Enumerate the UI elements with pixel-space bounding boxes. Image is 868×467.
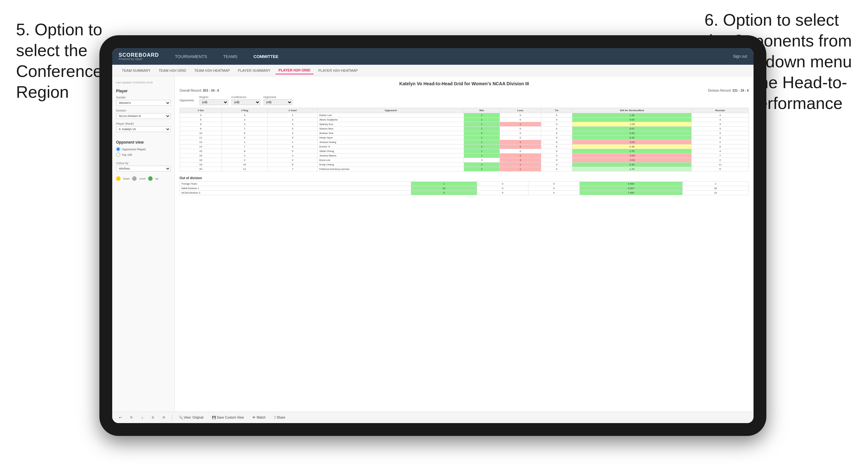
cell-rounds: 4	[692, 131, 749, 135]
cell-win: 1	[464, 122, 500, 127]
cell-rounds: 11	[692, 162, 749, 167]
col-reg: # Reg	[222, 108, 268, 113]
save-custom-btn[interactable]: 💾 Save Custom View	[210, 415, 246, 420]
cell-rounds: 4	[692, 113, 749, 118]
radio-opponents-played-input[interactable]	[116, 147, 120, 151]
cell-div: 20	[180, 167, 222, 172]
cell-conf: 2	[268, 158, 317, 162]
cell-rounds: 2	[692, 140, 749, 145]
cell-div: 18	[180, 158, 222, 162]
sign-out[interactable]: Sign out	[733, 54, 747, 59]
radio-opponents-played[interactable]: Opponents Played	[116, 147, 170, 151]
view-original-btn[interactable]: 🔍 View: Original	[177, 415, 205, 420]
sidebar-player-section: Player Gender Women's Division NCAA Divi…	[116, 89, 170, 135]
table-row: 16 2 3 Jessica Mason 1 2 0 -0.94 7	[180, 154, 749, 158]
cell-conf: 5	[268, 135, 317, 140]
subnav-player-summary[interactable]: PLAYER SUMMARY	[235, 67, 274, 74]
refresh-btn[interactable]: ⟳	[161, 415, 167, 420]
ood-name: NCAA Division 2	[180, 191, 411, 195]
logo-text: SCOREBOARD	[119, 53, 159, 58]
cell-diff: 1.33	[572, 167, 692, 172]
bottom-toolbar: ↩ ↻ ⌂ ⎘ ⟳ 🔍 View: Original 💾 Save Custom…	[112, 411, 753, 423]
sidebar-gender-label: Gender	[116, 96, 170, 99]
subnav-player-h2h-grid[interactable]: PLAYER H2H GRID	[275, 67, 314, 74]
ood-tie: 0	[528, 186, 580, 191]
cell-loss: 1	[500, 122, 541, 127]
home-btn[interactable]: ⌂	[140, 415, 145, 420]
cell-loss: 0	[500, 113, 541, 118]
nav-teams[interactable]: TEAMS	[220, 53, 241, 61]
cell-loss: 0	[500, 149, 541, 154]
table-row: 19 10 6 Emily Chang 4 1 0 0.30 11	[180, 162, 749, 167]
cell-conf: 3	[268, 131, 317, 135]
sidebar-division-select[interactable]: NCAA Division III	[116, 113, 170, 119]
filter-region: Region (All)	[199, 95, 228, 105]
filter-region-label: Region	[199, 95, 228, 99]
cell-div: 14	[180, 145, 222, 149]
table-row: 20 11 7 Federica Domecq Lacroze 2 1 0 1.…	[180, 167, 749, 172]
subnav-player-h2h-heatmap[interactable]: PLAYER H2H HEATMAP	[315, 67, 361, 74]
ood-tie: 0	[528, 182, 580, 186]
sidebar-player-rank-select[interactable]: 6. Katelyn Vo	[116, 126, 170, 132]
cell-diff: 4.00	[572, 118, 692, 122]
subnav-team-summary[interactable]: TEAM SUMMARY	[119, 67, 154, 74]
cell-div: 6	[180, 122, 222, 127]
cell-tie: 0	[541, 154, 572, 158]
cell-loss: 0	[500, 135, 541, 140]
ood-diff: 4.500	[580, 182, 682, 186]
cell-diff: 3.33	[572, 135, 692, 140]
copy-btn[interactable]: ⎘	[150, 415, 156, 420]
watch-btn[interactable]: 👁 Watch	[250, 415, 268, 420]
cell-div: 13	[180, 140, 222, 145]
cell-rounds: 6	[692, 167, 749, 172]
out-of-division-table: Foreign Team 1 0 0 4.500 2 NAIA Division…	[180, 181, 749, 195]
cell-tie: 0	[541, 162, 572, 167]
cell-conf: 1	[268, 113, 317, 118]
share-btn[interactable]: ⤴ Share	[272, 415, 287, 420]
subnav-team-h2h-grid[interactable]: TEAM H2H GRID	[156, 67, 189, 74]
dot-down-label: Down	[123, 177, 129, 180]
nav-committee[interactable]: COMMITTEE	[250, 53, 282, 61]
redo-btn[interactable]: ↻	[128, 415, 135, 420]
cell-loss: 2	[500, 154, 541, 158]
out-of-division-title: Out of division	[180, 176, 749, 180]
cell-reg: 10	[222, 162, 268, 167]
cell-tie: 0	[541, 135, 572, 140]
radio-top-100-input[interactable]	[116, 153, 120, 157]
cell-conf: 5	[268, 149, 317, 154]
cell-opponent: Emily Chang	[318, 162, 464, 167]
ood-diff: 7.400	[580, 191, 682, 195]
radio-top-100[interactable]: Top 100	[116, 153, 170, 157]
col-div: # Div	[180, 108, 222, 113]
cell-win: 2	[464, 131, 500, 135]
undo-btn[interactable]: ↩	[117, 415, 123, 420]
ood-rounds: 30	[682, 186, 748, 191]
subnav-team-h2h-heatmap[interactable]: TEAM H2H HEATMAP	[191, 67, 233, 74]
col-tie: Tie	[541, 108, 572, 113]
cell-diff: 3.67	[572, 127, 692, 131]
filter-opponent-select[interactable]: (All)	[264, 99, 292, 105]
cell-rounds: 3	[692, 122, 749, 127]
grid-records: Overall Record: 353 - 34 - 6 Division Re…	[180, 89, 749, 92]
cell-conf: 4	[268, 127, 317, 131]
ood-rounds: 2	[682, 182, 748, 186]
cell-tie: 0	[541, 113, 572, 118]
filter-conference-select[interactable]: (All)	[231, 99, 260, 105]
sidebar-division-label: Division	[116, 109, 170, 112]
grid-header: Katelyn Vo Head-to-Head Grid for Women's…	[180, 81, 749, 86]
cell-div: 16	[180, 154, 222, 158]
sidebar-colour-select[interactable]: Win/loss	[116, 166, 170, 172]
cell-diff: 0.30	[572, 162, 692, 167]
cell-win: 4	[464, 162, 500, 167]
filter-region-select[interactable]: (All)	[199, 99, 228, 105]
dot-level	[132, 176, 136, 181]
cell-opponent: Heejo Hyun	[318, 135, 464, 140]
nav-tournaments[interactable]: TOURNAMENTS	[172, 53, 210, 61]
out-of-division-row: Foreign Team 1 0 0 4.500 2	[180, 182, 749, 186]
cell-tie: 0	[541, 122, 572, 127]
colour-dots: Down Level Up	[116, 176, 170, 181]
table-row: 14 7 4 Eunice Yi 2 2 0 0.38 9	[180, 145, 749, 149]
sidebar-gender-select[interactable]: Women's	[116, 100, 170, 106]
ood-loss: 0	[477, 186, 528, 191]
cell-loss: 1	[500, 167, 541, 172]
